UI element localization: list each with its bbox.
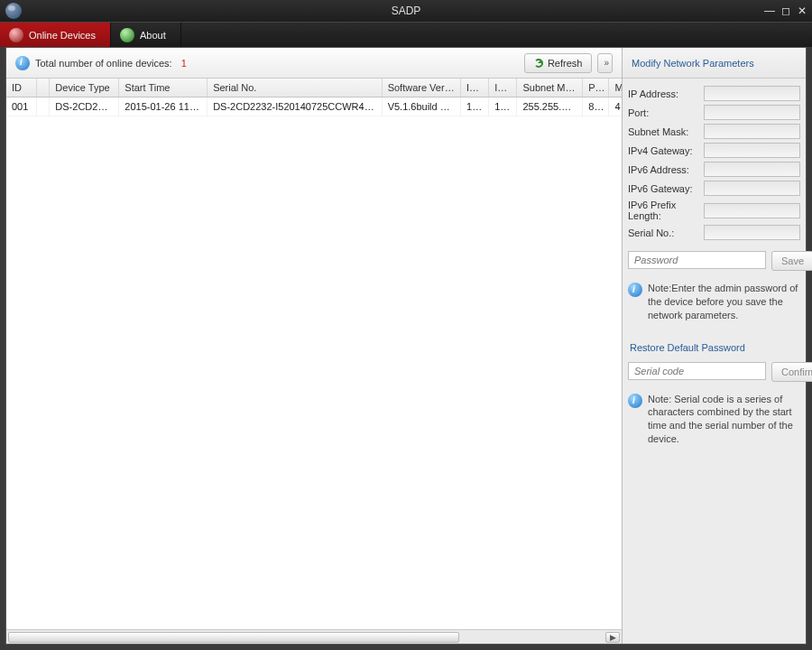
col-ipv4g[interactable]: IPv4 G: [461, 79, 489, 98]
tab-strip: Online Devices About: [0, 22, 812, 47]
col-start-time[interactable]: Start Time: [119, 79, 208, 98]
label-port: Port:: [628, 107, 700, 118]
col-port[interactable]: Port: [583, 79, 609, 98]
device-table-wrap: ID Device Type Start Time Serial No. Sof…: [6, 79, 622, 629]
restore-section-title: Restore Default Password: [628, 342, 800, 353]
input-ip[interactable]: [704, 86, 800, 101]
expand-button[interactable]: »: [597, 53, 613, 73]
tab-about[interactable]: About: [111, 23, 181, 47]
serial-code-input[interactable]: [628, 362, 766, 380]
cell-id: 001: [6, 98, 36, 116]
tab-label: Online Devices: [29, 30, 96, 41]
chevron-right-icon: »: [604, 58, 606, 68]
close-button[interactable]: ✕: [796, 5, 808, 17]
info-icon: [628, 394, 642, 408]
col-ipv4a[interactable]: IPv4 A: [489, 79, 517, 98]
input-v6addr[interactable]: [704, 162, 800, 177]
title-bar: SADP — ◻ ✕: [0, 0, 812, 22]
col-serial[interactable]: Serial No.: [208, 79, 383, 98]
scrollbar-thumb[interactable]: [8, 632, 459, 643]
main-panel: Total number of online devices: 1 Refres…: [6, 48, 623, 644]
cell-subnet: 255.255.255.0: [517, 98, 583, 116]
label-v6addr: IPv6 Address:: [628, 164, 700, 175]
input-port[interactable]: [704, 105, 800, 120]
device-table[interactable]: ID Device Type Start Time Serial No. Sof…: [6, 79, 622, 116]
col-software-version[interactable]: Software Version: [382, 79, 460, 98]
input-serialno[interactable]: [704, 225, 800, 240]
input-v6gw[interactable]: [704, 181, 800, 196]
minimize-button[interactable]: —: [763, 5, 776, 17]
cell-port: 80...: [583, 98, 609, 116]
col-subnet[interactable]: Subnet Mask: [517, 79, 583, 98]
col-device-type[interactable]: Device Type: [50, 79, 119, 98]
cell-sw: V5.1.6build 140412: [382, 98, 460, 116]
about-icon: [120, 28, 134, 42]
total-devices-label: Total number of online devices:: [35, 58, 172, 69]
total-devices-count: 1: [181, 58, 187, 69]
side-panel: Modify Network Parameters IP Address: Po…: [623, 48, 806, 644]
cell-mac: 44...: [609, 98, 622, 116]
online-devices-icon: [9, 28, 23, 42]
col-id[interactable]: ID: [6, 79, 36, 98]
cell-serial: DS-2CD2232-I520140725CCWR473470055: [208, 98, 383, 116]
tab-online-devices[interactable]: Online Devices: [0, 23, 111, 47]
app-icon: [5, 3, 22, 19]
app-title: SADP: [392, 5, 421, 17]
side-panel-title: Modify Network Parameters: [623, 48, 806, 79]
note-serial: Note: Serial code is a series of charact…: [648, 393, 800, 446]
label-subnet: Subnet Mask:: [628, 126, 700, 137]
cell-ipv4g: 10....: [461, 98, 489, 116]
save-button[interactable]: Save: [771, 251, 812, 271]
content-area: Total number of online devices: 1 Refres…: [5, 47, 807, 645]
refresh-label: Refresh: [548, 58, 583, 69]
label-v6plen: IPv6 Prefix Length:: [628, 200, 700, 221]
maximize-button[interactable]: ◻: [780, 5, 792, 17]
table-row[interactable]: 001 DS-2CD2232-I5 2015-01-26 11:06:04 DS…: [6, 98, 622, 116]
scrollbar-arrow-right[interactable]: ▶: [605, 632, 620, 643]
info-icon: [628, 283, 642, 297]
label-v4gw: IPv4 Gateway:: [628, 145, 700, 156]
label-v6gw: IPv6 Gateway:: [628, 183, 700, 194]
info-icon: [15, 56, 30, 70]
confirm-button[interactable]: Confirm: [771, 362, 812, 382]
cell-device-type: DS-2CD2232-I5: [50, 98, 119, 116]
tab-label: About: [140, 30, 166, 41]
col-mac[interactable]: MAC A: [609, 79, 622, 98]
table-header-row: ID Device Type Start Time Serial No. Sof…: [6, 79, 622, 98]
input-v6plen[interactable]: [704, 203, 800, 218]
label-ip: IP Address:: [628, 88, 700, 99]
input-subnet[interactable]: [704, 124, 800, 139]
password-input[interactable]: [628, 251, 766, 269]
note-save: Note:Enter the admin password of the dev…: [648, 282, 800, 322]
cell-start-time: 2015-01-26 11:06:04: [119, 98, 208, 116]
horizontal-scrollbar[interactable]: ▶: [6, 629, 622, 644]
toolbar: Total number of online devices: 1 Refres…: [6, 48, 622, 79]
label-serialno: Serial No.:: [628, 228, 700, 238]
cell-blank: [36, 98, 50, 116]
col-blank[interactable]: [36, 79, 50, 98]
refresh-icon: [534, 59, 543, 68]
cell-ipv4a: 10....: [489, 98, 517, 116]
refresh-button[interactable]: Refresh: [524, 53, 593, 73]
input-v4gw[interactable]: [704, 143, 800, 158]
